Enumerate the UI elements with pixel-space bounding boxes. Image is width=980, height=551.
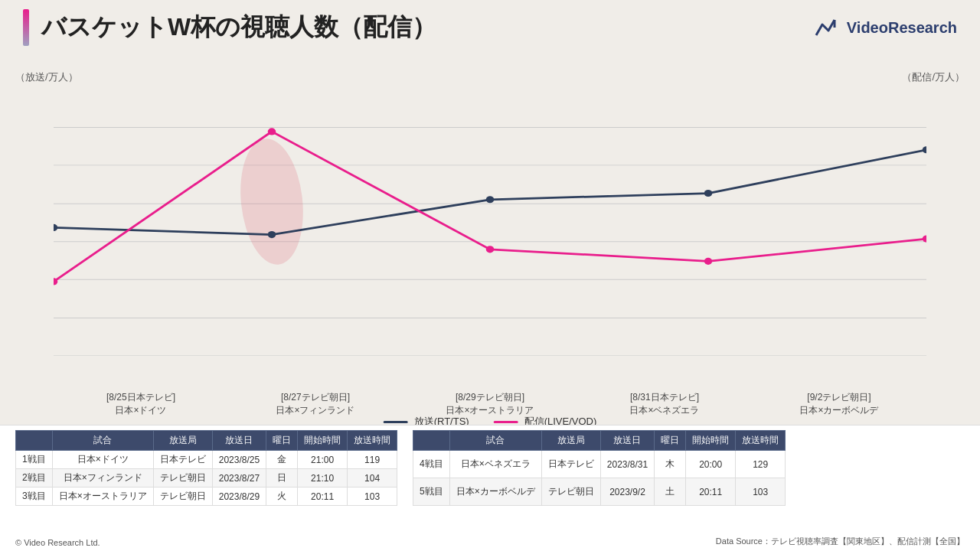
row-date-r: 2023/8/31 <box>600 451 654 478</box>
data-source: Data Source：テレビ視聴率調査【関東地区】、配信計測【全国】 <box>716 536 965 547</box>
row-start-r: 20:00 <box>686 451 736 478</box>
x-label-3: [8/29テレビ朝日] 日本×オーストラリア <box>403 391 577 417</box>
svg-point-28 <box>268 128 276 135</box>
row-station: テレビ朝日 <box>153 487 212 506</box>
row-day: 火 <box>266 487 298 506</box>
table-left: 試合 放送局 放送日 曜日 開始時間 放送時間 1戦目 日本×ドイツ 日本テレビ… <box>15 430 397 506</box>
y-axis-right-label: （配信/万人） <box>902 70 965 84</box>
col-match: 試合 <box>52 431 153 451</box>
svg-point-25 <box>704 190 713 197</box>
row-day: 日 <box>266 469 298 487</box>
x-label-2: [8/27テレビ朝日] 日本×フィンランド <box>228 391 403 417</box>
col-start-r: 開始時間 <box>686 431 736 451</box>
svg-point-21 <box>235 136 309 266</box>
row-date: 2023/8/25 <box>212 451 266 469</box>
chart-svg: 3500 3000 2500 2000 1500 1000 500 0 25 2… <box>54 90 926 356</box>
x-label-1: [8/25日本テレビ] 日本×ドイツ <box>54 391 228 417</box>
copyright: © Video Research Ltd. <box>15 538 100 547</box>
row-station-r2: テレビ朝日 <box>541 478 600 506</box>
row-start: 20:11 <box>298 487 348 506</box>
title-accent <box>23 9 29 46</box>
col-date: 放送日 <box>212 431 266 451</box>
row-num: 2戦目 <box>16 469 53 487</box>
row-duration: 103 <box>348 487 397 506</box>
table-wrapper: 試合 放送局 放送日 曜日 開始時間 放送時間 1戦目 日本×ドイツ 日本テレビ… <box>0 425 980 510</box>
col-num <box>16 431 53 451</box>
row-num: 3戦目 <box>16 487 53 506</box>
table-row: 1戦目 日本×ドイツ 日本テレビ 2023/8/25 金 21:00 119 <box>16 451 397 469</box>
row-num-r: 4戦目 <box>413 451 450 478</box>
row-match: 日本×フィンランド <box>52 469 153 487</box>
col-duration: 放送時間 <box>348 431 397 451</box>
row-duration: 104 <box>348 469 397 487</box>
x-axis-labels: [8/25日本テレビ] 日本×ドイツ [8/27テレビ朝日] 日本×フィンランド… <box>54 391 926 417</box>
svg-point-31 <box>923 235 926 242</box>
broadcast-legend-line <box>384 421 408 423</box>
row-date: 2023/8/27 <box>212 469 266 487</box>
x-label-4: [8/31日本テレビ] 日本×ベネズエラ <box>577 391 752 417</box>
row-station: 日本テレビ <box>153 451 212 469</box>
row-start-r2: 20:11 <box>686 478 736 506</box>
row-date: 2023/8/29 <box>212 487 266 506</box>
row-day: 金 <box>266 451 298 469</box>
col-start: 開始時間 <box>298 431 348 451</box>
table-row: 3戦目 日本×オーストラリア テレビ朝日 2023/8/29 火 20:11 1… <box>16 487 397 506</box>
header: バスケットW杯の視聴人数（配信） VideoResearch <box>0 0 980 55</box>
streaming-legend-line <box>494 421 518 423</box>
row-match: 日本×ドイツ <box>52 451 153 469</box>
row-duration-r2: 103 <box>736 478 786 506</box>
logo-text: VideoResearch <box>847 19 957 37</box>
page-title: バスケットW杯の視聴人数（配信） <box>41 11 436 44</box>
col-day-r: 曜日 <box>655 431 686 451</box>
svg-point-30 <box>704 258 713 265</box>
row-start: 21:00 <box>298 451 348 469</box>
row-date-r2: 2023/9/2 <box>600 478 654 506</box>
svg-point-29 <box>486 246 495 253</box>
row-match-r: 日本×ベネズエラ <box>449 451 541 478</box>
table-row: 5戦目 日本×カーボベルデ テレビ朝日 2023/9/2 土 20:11 103 <box>413 478 786 506</box>
col-match-r: 試合 <box>449 431 541 451</box>
row-num: 1戦目 <box>16 451 53 469</box>
title-area: バスケットW杯の視聴人数（配信） <box>23 9 436 46</box>
col-station: 放送局 <box>153 431 212 451</box>
row-match-r2: 日本×カーボベルデ <box>449 478 541 506</box>
data-table-section: 試合 放送局 放送日 曜日 開始時間 放送時間 1戦目 日本×ドイツ 日本テレビ… <box>0 425 980 551</box>
row-duration-r: 129 <box>736 451 786 478</box>
table-right: 試合 放送局 放送日 曜日 開始時間 放送時間 4戦目 日本×ベネズエラ 日本テ… <box>413 430 786 506</box>
row-match: 日本×オーストラリア <box>52 487 153 506</box>
logo-area: VideoResearch <box>813 14 957 41</box>
svg-point-26 <box>923 146 926 153</box>
col-duration-r: 放送時間 <box>736 431 786 451</box>
col-date-r: 放送日 <box>600 431 654 451</box>
table-row: 4戦目 日本×ベネズエラ 日本テレビ 2023/8/31 木 20:00 129 <box>413 451 786 478</box>
table-row: 2戦目 日本×フィンランド テレビ朝日 2023/8/27 日 21:10 10… <box>16 469 397 487</box>
row-station: テレビ朝日 <box>153 469 212 487</box>
row-day-r: 木 <box>655 451 686 478</box>
x-label-5: [9/2テレビ朝日] 日本×カーボベルデ <box>752 391 926 417</box>
row-duration: 119 <box>348 451 397 469</box>
row-station-r: 日本テレビ <box>541 451 600 478</box>
svg-point-22 <box>54 224 57 231</box>
chart-container: （放送/万人） （配信/万人） 3500 3000 2500 2000 1500… <box>0 55 980 421</box>
col-num-r <box>413 431 450 451</box>
y-axis-left-label: （放送/万人） <box>15 70 78 84</box>
svg-point-24 <box>486 196 495 203</box>
row-start: 21:10 <box>298 469 348 487</box>
row-num-r2: 5戦目 <box>413 478 450 506</box>
logo-icon <box>813 14 841 41</box>
col-station-r: 放送局 <box>541 431 600 451</box>
row-day-r2: 土 <box>655 478 686 506</box>
col-day: 曜日 <box>266 431 298 451</box>
svg-point-23 <box>268 231 276 238</box>
